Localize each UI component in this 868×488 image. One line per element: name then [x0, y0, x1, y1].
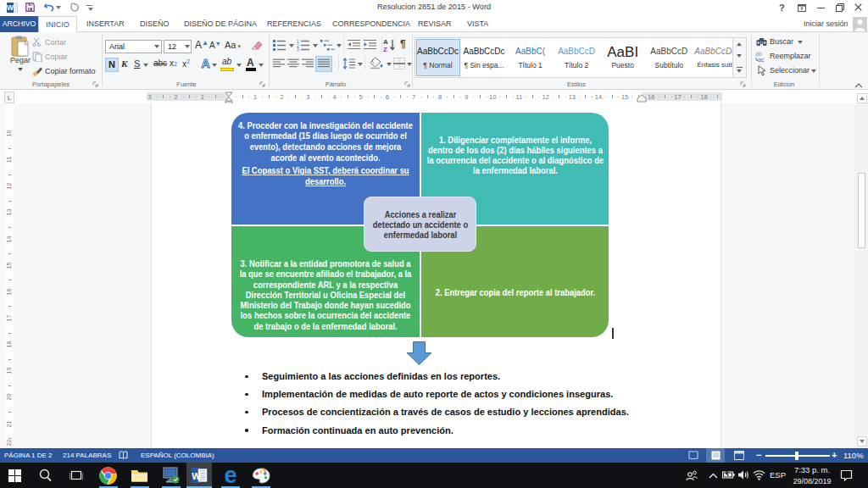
svg-text:ac: ac — [758, 57, 765, 63]
svg-text:3: 3 — [297, 47, 299, 51]
svg-text:A: A — [201, 58, 209, 69]
svg-text:W: W — [192, 471, 201, 481]
svg-text:Z: Z — [383, 46, 387, 53]
